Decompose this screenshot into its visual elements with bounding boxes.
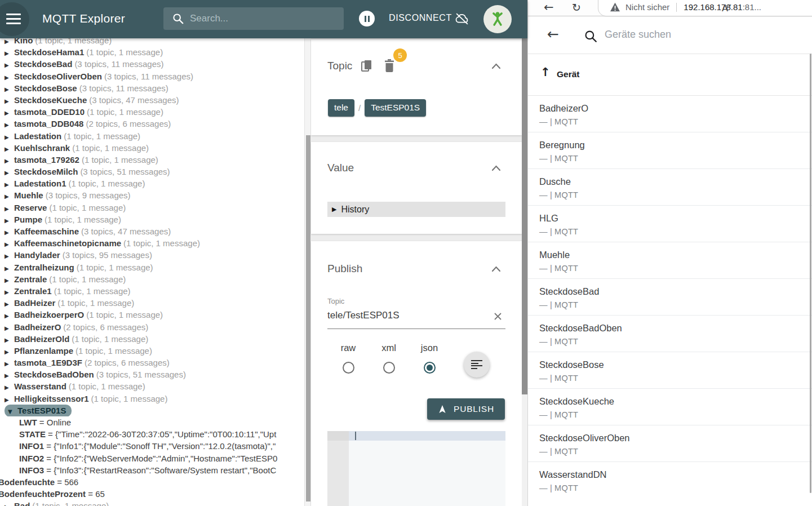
tree-row[interactable]: ▶Bad(1 topic, 1 message) <box>0 500 304 506</box>
device-name: Beregnung <box>539 140 812 150</box>
tree-row-pill: INFO1 <box>19 441 44 451</box>
device-name: SteckdoseBad <box>539 286 812 297</box>
tree-row[interactable]: ▶Kino(1 topic, 1 message) <box>0 38 304 46</box>
format-button[interactable] <box>464 352 490 378</box>
tree-row[interactable]: ▶Pflanzenlampe(1 topic, 1 message) <box>0 345 304 357</box>
tree-row[interactable]: ▶SteckdoseBad(3 topics, 11 messages) <box>0 58 304 70</box>
payload-editor[interactable] <box>327 431 505 506</box>
device-row[interactable]: Beregnung — | MQTT <box>528 132 812 169</box>
tree-row[interactable]: ▶tasmota_179262(1 topic, 1 message) <box>0 154 304 166</box>
tree-row[interactable]: Bodenfeuchte = 566 <box>0 476 304 488</box>
format-option[interactable]: json <box>413 343 446 374</box>
avatar[interactable] <box>483 5 512 33</box>
chevron-up-icon[interactable] <box>491 266 501 272</box>
device-row[interactable]: SteckdoseBad — | MQTT <box>528 279 812 316</box>
publish-button[interactable]: PUBLISH <box>427 398 505 420</box>
pause-button[interactable] <box>359 11 375 26</box>
tree-row[interactable]: ▶BadheizerO(2 topics, 6 messages) <box>0 321 304 333</box>
tree-row-pill: ▶Pflanzenlampe <box>5 346 73 356</box>
browser-refresh-icon[interactable]: ↻ <box>572 1 581 14</box>
tree-row[interactable]: ▶Kaffeemaschinetopicname(1 topic, 1 mess… <box>0 237 304 249</box>
value-card-title: Value <box>327 162 354 174</box>
tree-scrollbar-thumb[interactable] <box>306 135 310 501</box>
device-row[interactable]: HLG — | MQTT <box>528 206 812 242</box>
tree-row[interactable]: ▶Kuehlschrank(1 topic, 1 message) <box>0 142 304 154</box>
topic-chip-testesp01s[interactable]: TestESP01S <box>365 99 426 117</box>
tree-row[interactable]: ▶Kaffeemaschine(3 topics, 47 messages) <box>0 225 304 237</box>
copy-icon[interactable] <box>361 60 373 73</box>
tree-scrollbar[interactable] <box>304 38 310 506</box>
tree-row[interactable]: ▶SteckdoseBose(3 topics, 11 messages) <box>0 82 304 94</box>
radio-icon[interactable] <box>343 362 354 374</box>
trash-icon[interactable] <box>384 59 395 73</box>
hamburger-menu-icon[interactable] <box>6 14 21 27</box>
tree-row[interactable]: ▶tasmota_1E9D3F(2 topics, 6 messages) <box>0 357 304 369</box>
clear-icon[interactable] <box>494 312 502 321</box>
tree-row[interactable]: ▶Wasserstand(1 topic, 1 message) <box>0 380 304 392</box>
tree-row[interactable]: INFO2 = {"Info2":{"WebServerMode":"Admin… <box>0 452 304 464</box>
expand-arrow-icon: ▶ <box>5 346 14 357</box>
radio-icon[interactable] <box>383 362 395 374</box>
tree-row[interactable]: ▶SteckdoseMilch(3 topics, 51 messages) <box>0 166 304 177</box>
tree-row[interactable]: ▶BadHeizer(1 topic, 1 message) <box>0 297 304 309</box>
device-row[interactable]: SteckdoseKueche — | MQTT <box>528 389 812 425</box>
tree-row[interactable]: LWT = Online <box>0 416 304 428</box>
read-aloud-icon[interactable]: A″ <box>722 3 731 14</box>
browser-back-icon[interactable]: ← <box>544 1 554 14</box>
detail-scrollbar[interactable] <box>522 38 527 506</box>
topic-value: 566 <box>64 477 78 487</box>
topic-chip-tele[interactable]: tele <box>328 99 354 117</box>
device-column-header[interactable]: ↑ Gerät <box>528 55 812 96</box>
tree-row[interactable]: ▶SteckdoseKueche(3 topics, 47 messages) <box>0 94 304 106</box>
device-row[interactable]: Dusche — | MQTT <box>528 169 812 206</box>
tree-row[interactable]: ▶SteckdoseBadOben(3 topics, 51 messages) <box>0 369 304 380</box>
tree-row[interactable]: INFO3 = {"Info3":{"RestartReason":"Softw… <box>0 464 304 476</box>
tree-row[interactable]: ▶Ladestation1(1 topic, 1 message) <box>0 177 304 189</box>
tree-row[interactable]: STATE = {"Time":"2022-06-30T20:37:05","U… <box>0 428 304 440</box>
device-row[interactable]: WasserstandDN — | MQTT <box>528 462 812 499</box>
tree-row[interactable]: ▶Muehle(3 topics, 9 messages) <box>0 189 304 201</box>
device-row[interactable]: SteckdoseBose — | MQTT <box>528 352 812 389</box>
device-row[interactable]: SteckdoseOliverOben — | MQTT <box>528 425 812 462</box>
radio-icon[interactable] <box>424 362 436 374</box>
topic-meta: (1 topic, 1 message) <box>49 203 126 212</box>
tree-row[interactable]: ▶SteckdoseOliverOben(3 topics, 11 messag… <box>0 70 304 82</box>
disconnect-button[interactable]: DISCONNECT <box>389 13 452 23</box>
tree-row[interactable]: ▶Reserve(1 topic, 1 message) <box>0 202 304 214</box>
tree-row[interactable]: ▶tasmota_DDED10(1 topic, 1 message) <box>0 106 304 118</box>
device-search-input[interactable]: Geräte suchen <box>605 29 671 41</box>
format-option[interactable]: raw <box>332 343 365 374</box>
tree-row[interactable]: ▶Zentrale(1 topic, 1 message) <box>0 273 304 285</box>
tree-row[interactable]: ▶Pumpe(1 topic, 1 message) <box>0 214 304 225</box>
chevron-up-icon[interactable] <box>491 63 501 69</box>
chevron-up-icon[interactable] <box>491 165 501 171</box>
detail-scrollbar-thumb[interactable] <box>522 38 527 394</box>
page-back-icon[interactable]: ← <box>547 26 559 42</box>
tree-row[interactable]: ▶Zentralheizung(1 topic, 1 message) <box>0 261 304 273</box>
search-input[interactable]: Search... <box>163 7 344 30</box>
address-bar[interactable]: Nicht sicher 192.168.178.81 :81... <box>598 0 812 16</box>
publish-topic-input[interactable]: tele/TestESP01S <box>327 310 400 321</box>
device-row[interactable]: BadheizerO — | MQTT <box>528 96 812 132</box>
expand-arrow-icon: ▶ <box>5 167 14 177</box>
tree-row[interactable]: ▶tasmota_DDB048(2 topics, 6 messages) <box>0 118 304 130</box>
tree-row[interactable]: ▶Helligkeitssensor1(1 topic, 1 message) <box>0 393 304 405</box>
topic-name: SteckdoseBose <box>14 83 77 93</box>
topic-name: LWT <box>19 418 37 427</box>
tree-row[interactable]: INFO1 = {"Info1":{"Module":"Sonoff TH","… <box>0 440 304 452</box>
sort-up-icon[interactable]: ↑ <box>540 65 551 79</box>
tree-row[interactable]: ▼TestESP01S <box>0 405 304 416</box>
tree-row[interactable]: BodenfeuchteProzent = 65 <box>0 488 304 500</box>
tree-row[interactable]: ▶Zentrale1(1 topic, 1 message) <box>0 285 304 297</box>
device-row[interactable]: Muehle — | MQTT <box>528 242 812 279</box>
device-row[interactable]: SteckdoseBadOben — | MQTT <box>528 316 812 352</box>
history-expander[interactable]: ▶ History <box>327 202 505 217</box>
topic-meta: (1 topic, 1 message) <box>123 238 200 248</box>
tree-row[interactable]: ▶Ladestation(1 topic, 1 message) <box>0 130 304 142</box>
tree-row[interactable]: ▶Handylader(3 topics, 95 messages) <box>0 249 304 261</box>
tree-row[interactable]: ▶BadheizkoerperO(1 topic, 1 message) <box>0 309 304 321</box>
browser-scrollbar[interactable] <box>810 54 811 493</box>
tree-row[interactable]: ▶BadHeizerOld(1 topic, 1 message) <box>0 333 304 345</box>
format-option[interactable]: xml <box>372 343 405 374</box>
tree-row[interactable]: ▶SteckdoseHama1(1 topic, 1 message) <box>0 46 304 58</box>
